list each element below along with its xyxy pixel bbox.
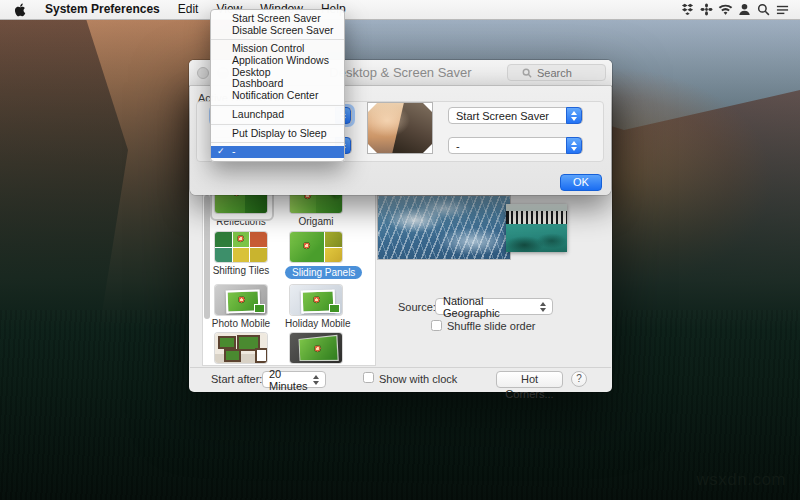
source-select[interactable]: National Geographic bbox=[435, 298, 553, 315]
display-thumbnail bbox=[368, 103, 432, 153]
saver-thumbnail bbox=[290, 285, 342, 315]
saver-thumbnail-selected bbox=[290, 232, 342, 262]
app-menu[interactable]: System Preferences bbox=[36, 0, 169, 19]
menu-item[interactable]: Put Display to Sleep bbox=[211, 128, 344, 140]
show-clock-checkbox[interactable] bbox=[363, 372, 374, 383]
wifi-icon[interactable] bbox=[718, 2, 733, 17]
list-item[interactable]: Shifting Tiles bbox=[210, 232, 272, 276]
corner-indicator-tr bbox=[423, 103, 432, 112]
fan-icon[interactable] bbox=[699, 2, 714, 17]
ok-button[interactable]: OK bbox=[560, 174, 602, 191]
saver-thumbnail bbox=[215, 232, 267, 262]
hot-corners-button[interactable]: Hot Corners... bbox=[496, 371, 563, 388]
corner-indicator-bl bbox=[368, 144, 377, 153]
shuffle-checkbox[interactable] bbox=[431, 320, 442, 331]
saver-label: Origami bbox=[285, 216, 347, 227]
search-icon[interactable] bbox=[756, 2, 771, 17]
corner-indicator-br bbox=[423, 144, 432, 153]
dropbox-icon[interactable] bbox=[680, 2, 695, 17]
list-item[interactable]: Photo Mobile bbox=[210, 285, 272, 329]
corner-action-menu: Start Screen Saver Disable Screen Saver … bbox=[210, 9, 345, 162]
slideshow-preview-ocean bbox=[378, 196, 510, 259]
saver-label: Shifting Tiles bbox=[210, 265, 272, 276]
show-clock-label: Show with clock bbox=[379, 373, 457, 385]
menu-item[interactable]: Disable Screen Saver bbox=[211, 25, 344, 37]
saver-label: Photo Mobile bbox=[210, 318, 272, 329]
bottom-divider bbox=[190, 367, 611, 368]
menu-separator bbox=[211, 105, 344, 106]
stepper-icon bbox=[313, 375, 320, 385]
help-button[interactable]: ? bbox=[571, 371, 587, 387]
list-icon[interactable] bbox=[775, 2, 790, 17]
list-item[interactable] bbox=[285, 333, 347, 363]
source-label: Source: bbox=[398, 301, 436, 313]
list-item[interactable]: Sliding Panels bbox=[285, 232, 347, 280]
search-field-icon bbox=[522, 68, 532, 78]
stepper-icon bbox=[540, 302, 547, 312]
bottom-right-corner-select[interactable]: - bbox=[448, 137, 583, 154]
menu-separator bbox=[211, 39, 344, 40]
stepper-icon bbox=[566, 137, 582, 154]
desktop: wsxdn.com System Preferences Edit View W… bbox=[0, 0, 800, 500]
search-input[interactable] bbox=[535, 66, 591, 80]
apple-menu-icon[interactable] bbox=[13, 3, 26, 17]
menu-item[interactable]: Launchpad bbox=[211, 109, 344, 121]
watermark: wsxdn.com bbox=[696, 470, 786, 490]
menu-separator bbox=[211, 142, 344, 143]
start-after-label: Start after: bbox=[211, 373, 262, 385]
user-icon[interactable] bbox=[737, 2, 752, 17]
shuffle-label: Shuffle slide order bbox=[447, 320, 535, 332]
menu-item[interactable]: Start Screen Saver bbox=[211, 13, 344, 25]
stepper-icon bbox=[566, 107, 582, 124]
saver-thumbnail bbox=[215, 285, 267, 315]
list-item[interactable]: Holiday Mobile bbox=[285, 285, 347, 329]
slideshow-preview-penguins bbox=[506, 204, 567, 252]
saver-label: Holiday Mobile bbox=[285, 318, 347, 329]
search-field[interactable] bbox=[507, 64, 606, 81]
saver-thumbnail bbox=[290, 333, 342, 363]
menu-item-checked[interactable]: ✓ - bbox=[211, 146, 344, 158]
menu-edit[interactable]: Edit bbox=[169, 0, 208, 19]
list-item[interactable] bbox=[210, 333, 272, 363]
top-right-corner-select[interactable]: Start Screen Saver bbox=[448, 107, 583, 124]
menu-item[interactable]: Notification Center bbox=[211, 90, 344, 102]
checkmark-icon: ✓ bbox=[217, 146, 225, 158]
start-after-select[interactable]: 20 Minutes bbox=[262, 371, 326, 388]
saver-thumbnail bbox=[215, 333, 267, 363]
corner-indicator-tl bbox=[368, 103, 377, 112]
menu-item[interactable]: Application Windows bbox=[211, 55, 344, 67]
menu-bar: System Preferences Edit View Window Help bbox=[0, 0, 800, 20]
saver-label-selected: Sliding Panels bbox=[285, 266, 362, 279]
menu-separator bbox=[211, 124, 344, 125]
